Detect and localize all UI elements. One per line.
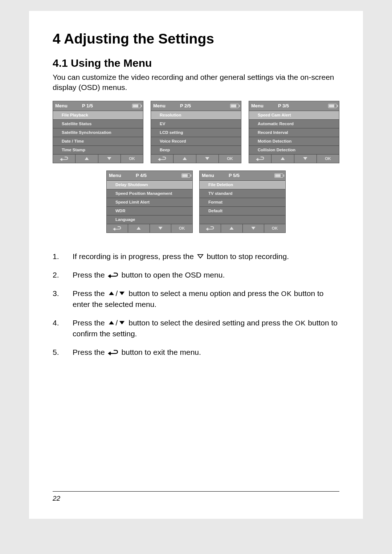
chapter-heading: 4 Adjusting the Settings [53, 31, 339, 47]
osd-menu-screen: Menu P 5/5 File DeletionTV standardForma… [199, 171, 286, 233]
menu-item: Beep [151, 145, 241, 154]
menu-item: Date / Time [53, 137, 143, 145]
svg-marker-13 [109, 321, 114, 325]
menu-item: Voice Record [151, 137, 241, 145]
ok-icon: OK [295, 319, 306, 327]
menu-item: Time Stamp [53, 145, 143, 154]
menu-item: Record Interval [249, 128, 339, 137]
menu-title: Menu [251, 103, 264, 108]
up-icon [108, 320, 115, 325]
menu-footer: OK [53, 154, 143, 163]
menu-item: TV standard [200, 189, 285, 198]
section-heading: 4.1 Using the Menu [53, 57, 339, 69]
menu-header: Menu P 5/5 [200, 171, 285, 180]
menu-item: File Playback [53, 111, 143, 119]
svg-marker-9 [251, 227, 255, 230]
osd-menu-screen: Menu P 2/5 ResolutionEVLCD settingVoice … [151, 101, 241, 163]
menu-item [200, 215, 285, 224]
svg-marker-6 [137, 227, 141, 230]
menu-page-indicator: P 1/5 [82, 103, 132, 108]
menu-item: Speed Cam Alert [249, 111, 339, 119]
svg-marker-10 [198, 254, 203, 258]
menu-screens-top-row: Menu P 1/5 File PlaybackSatellite Status… [53, 101, 339, 163]
back-icon [53, 155, 75, 163]
down-icon [243, 224, 264, 233]
menu-item: Default [200, 206, 285, 215]
menu-title: Menu [55, 103, 68, 108]
menu-title: Menu [202, 173, 214, 178]
step-number: 5. [53, 347, 73, 357]
step-number: 2. [53, 270, 73, 280]
menu-header: Menu P 2/5 [151, 101, 241, 111]
step-text: Press the / button to select a menu opti… [73, 288, 339, 309]
osd-menu-screen: Menu P 4/5 Delay ShutdownSpeed Position … [106, 171, 193, 233]
menu-footer: OK [151, 154, 241, 163]
menu-title: Menu [109, 173, 121, 178]
menu-item: Resolution [151, 111, 241, 119]
svg-marker-4 [281, 157, 285, 160]
menu-header: Menu P 4/5 [107, 171, 192, 180]
battery-icon [274, 173, 283, 178]
svg-marker-3 [205, 157, 209, 160]
ok-button-label: OK [317, 155, 339, 163]
menu-item: Format [200, 198, 285, 206]
menu-item: EV [151, 119, 241, 128]
down-icon [98, 155, 121, 163]
menu-page-indicator: P 4/5 [136, 173, 181, 178]
battery-icon [230, 104, 239, 108]
menu-item: Speed Limit Alert [107, 198, 192, 206]
menu-footer: OK [200, 224, 285, 233]
svg-marker-14 [119, 321, 124, 325]
svg-marker-12 [119, 292, 124, 295]
svg-marker-11 [109, 292, 114, 295]
step-number: 3. [53, 288, 73, 309]
menu-footer: OK [107, 224, 192, 233]
back-icon [107, 224, 128, 233]
battery-icon [132, 104, 141, 108]
instruction-step: 4.Press the / button to select the desir… [53, 317, 339, 339]
step-text: Press the / button to select the desired… [73, 317, 339, 339]
down-icon [118, 320, 126, 325]
menu-header: Menu P 3/5 [249, 101, 339, 111]
back-icon [151, 155, 173, 163]
down-icon [118, 291, 126, 296]
osd-menu-screen: Menu P 1/5 File PlaybackSatellite Status… [53, 101, 143, 163]
menu-item: Collision Detection [249, 145, 339, 154]
menu-page-indicator: P 2/5 [180, 103, 230, 108]
battery-icon [328, 104, 337, 108]
footer-divider [53, 491, 339, 492]
step-number: 1. [53, 251, 73, 262]
menu-item: Delay Shutdown [107, 180, 192, 189]
down-icon [196, 155, 219, 163]
instruction-step: 5.Press the button to exit the menu. [53, 347, 339, 357]
down-icon [197, 254, 204, 259]
menu-item: Automatic Record [249, 119, 339, 128]
menu-title: Menu [153, 103, 166, 108]
ok-button-label: OK [121, 155, 143, 163]
osd-menu-screen: Menu P 3/5 Speed Cam AlertAutomatic Reco… [249, 101, 339, 163]
up-icon [75, 155, 98, 163]
up-icon [128, 224, 150, 233]
step-text: If recording is in progress, press the b… [73, 251, 339, 262]
svg-marker-8 [230, 227, 234, 230]
up-icon [221, 224, 242, 233]
svg-marker-2 [183, 157, 187, 160]
back-icon [200, 224, 221, 233]
step-text: Press the button to open the OSD menu. [73, 270, 339, 280]
up-icon [108, 291, 115, 296]
instruction-step: 3.Press the / button to select a menu op… [53, 288, 339, 309]
svg-marker-5 [303, 157, 307, 160]
ok-button-label: OK [264, 224, 285, 233]
menu-item: WDR [107, 206, 192, 215]
step-number: 4. [53, 317, 73, 339]
menu-item: Satellite Synchronization [53, 128, 143, 137]
menu-page-indicator: P 3/5 [278, 103, 328, 108]
ok-icon: OK [281, 290, 292, 297]
instruction-steps: 1.If recording is in progress, press the… [53, 251, 339, 358]
step-text: Press the button to exit the menu. [73, 347, 339, 357]
menu-screens-bottom-row: Menu P 4/5 Delay ShutdownSpeed Position … [53, 171, 339, 233]
instruction-step: 2.Press the button to open the OSD menu. [53, 270, 339, 280]
menu-item: LCD setting [151, 128, 241, 137]
document-page: 4 Adjusting the Settings 4.1 Using the M… [29, 11, 363, 519]
intro-paragraph: You can customize the video recording an… [53, 72, 339, 93]
